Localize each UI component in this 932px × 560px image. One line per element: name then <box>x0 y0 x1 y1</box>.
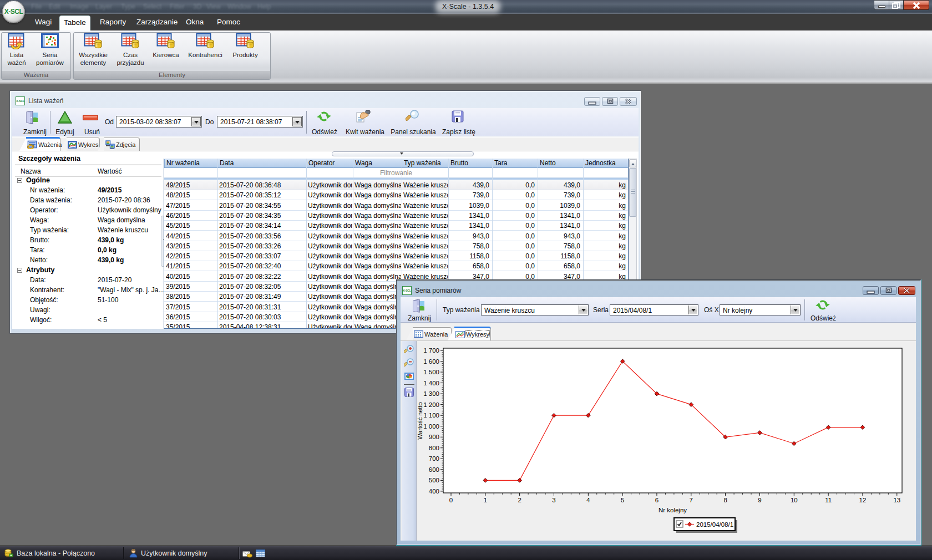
svg-text:800: 800 <box>429 445 439 451</box>
svg-text:400: 400 <box>429 488 439 495</box>
svg-text:6: 6 <box>655 497 659 503</box>
svg-text:1 600: 1 600 <box>423 358 439 365</box>
svg-text:5: 5 <box>621 497 624 503</box>
svg-text:1 400: 1 400 <box>423 380 439 386</box>
svg-text:700: 700 <box>429 455 439 462</box>
svg-text:7: 7 <box>690 497 693 503</box>
svg-text:2015/04/08/1: 2015/04/08/1 <box>696 521 733 528</box>
svg-text:600: 600 <box>429 466 439 473</box>
svg-text:1 200: 1 200 <box>423 401 439 408</box>
svg-text:0: 0 <box>449 497 453 503</box>
svg-text:1 000: 1 000 <box>423 423 439 430</box>
svg-text:1 500: 1 500 <box>423 369 439 375</box>
svg-text:1: 1 <box>484 497 487 503</box>
svg-text:500: 500 <box>429 477 439 483</box>
svg-text:1 700: 1 700 <box>423 347 439 354</box>
svg-text:Nr kolejny: Nr kolejny <box>659 507 687 513</box>
svg-text:11: 11 <box>825 497 832 503</box>
svg-text:4: 4 <box>586 497 590 503</box>
svg-text:13: 13 <box>893 497 900 503</box>
svg-text:1 100: 1 100 <box>423 412 439 419</box>
svg-text:12: 12 <box>859 497 867 503</box>
svg-text:8: 8 <box>723 497 727 503</box>
svg-text:10: 10 <box>791 497 798 503</box>
svg-text:900: 900 <box>429 434 439 440</box>
svg-text:Wartość netto: Wartość netto <box>417 402 423 439</box>
svg-text:2: 2 <box>518 497 521 503</box>
svg-text:9: 9 <box>758 497 761 503</box>
svg-text:1 300: 1 300 <box>423 390 439 397</box>
svg-text:3: 3 <box>552 497 555 503</box>
